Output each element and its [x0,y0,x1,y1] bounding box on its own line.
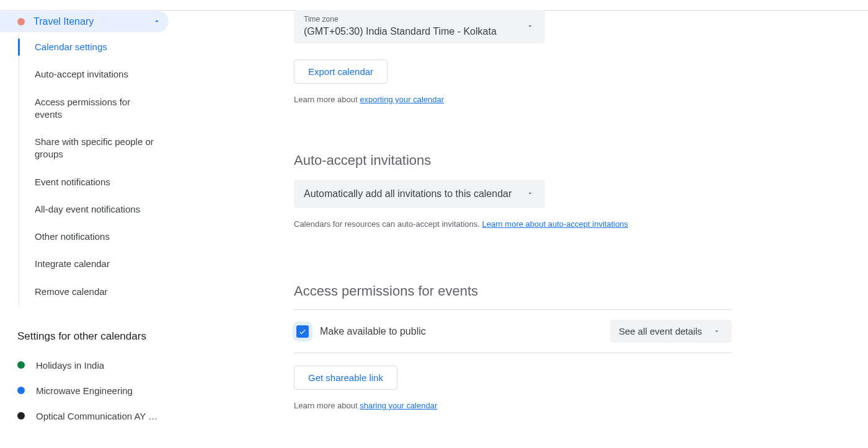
get-shareable-link-button[interactable]: Get shareable link [294,366,397,390]
auto-accept-helper-text: Calendars for resources can auto-accept … [294,219,734,229]
timezone-value: (GMT+05:30) India Standard Time - Kolkat… [304,26,535,37]
make-public-label: Make available to public [320,326,610,337]
subnav-access-permissions[interactable]: Access permissions for events [19,89,170,129]
calendar-color-dot [17,18,25,25]
subnav-auto-accept[interactable]: Auto-accept invitations [19,61,170,88]
dropdown-arrow-icon [713,326,720,336]
calendar-color-dot [17,387,25,394]
sidebar-subnav: Calendar settings Auto-accept invitation… [17,33,180,305]
subnav-calendar-settings[interactable]: Calendar settings [19,33,170,61]
sidebar: Travel Itenary Calendar settings Auto-ac… [0,11,180,429]
main-content: Time zone (GMT+05:30) India Standard Tim… [294,10,734,410]
export-helper-text: Learn more about exporting your calendar [294,95,734,104]
dropdown-arrow-icon [526,188,534,200]
helper-prefix: Learn more about [294,401,360,410]
sidebar-calendar-header[interactable]: Travel Itenary [0,11,169,32]
event-detail-dropdown-value: See all event details [619,326,702,336]
other-calendar-microwave[interactable]: Microwave Engineering [17,378,169,403]
other-calendar-optical[interactable]: Optical Communication AY … [17,403,169,429]
calendar-color-dot [17,412,25,419]
dropdown-arrow-icon [526,21,534,32]
subnav-share-specific[interactable]: Share with specific people or groups [19,128,170,169]
subnav-integrate-calendar[interactable]: Integrate calendar [19,250,170,278]
export-calendar-button[interactable]: Export calendar [294,59,388,84]
auto-accept-dropdown-value: Automatically add all invitations to thi… [304,188,512,199]
subnav-allday-notifications[interactable]: All-day event notifications [19,196,170,223]
event-detail-dropdown[interactable]: See all event details [610,320,732,343]
auto-accept-section-title: Auto-accept invitations [294,152,734,169]
chevron-up-icon [153,17,161,27]
calendar-color-dot [17,361,25,369]
permissions-section-title: Access permissions for events [294,283,734,299]
other-calendars-list: Holidays in India Microwave Engineering … [17,353,180,429]
sharing-helper-text: Learn more about sharing your calendar [294,401,734,410]
timezone-label: Time zone [304,15,535,24]
timezone-dropdown[interactable]: Time zone (GMT+05:30) India Standard Tim… [294,10,545,43]
other-calendar-holidays[interactable]: Holidays in India [17,353,169,378]
auto-accept-dropdown[interactable]: Automatically add all invitations to thi… [294,180,545,208]
helper-prefix: Learn more about [294,95,360,104]
other-calendars-heading: Settings for other calendars [17,330,180,343]
auto-accept-help-link[interactable]: Learn more about auto-accept invitations [482,219,629,229]
helper-prefix: Calendars for resources can auto-accept … [294,219,482,229]
export-help-link[interactable]: exporting your calendar [360,95,444,104]
public-permission-row: Make available to public See all event d… [294,309,732,353]
make-public-checkbox[interactable] [296,325,309,338]
other-calendar-label: Optical Communication AY … [36,411,157,421]
subnav-event-notifications[interactable]: Event notifications [19,169,170,196]
other-calendar-label: Holidays in India [36,360,104,371]
subnav-remove-calendar[interactable]: Remove calendar [19,278,170,305]
subnav-other-notifications[interactable]: Other notifications [19,223,170,250]
sidebar-calendar-title: Travel Itenary [33,16,153,27]
other-calendar-label: Microwave Engineering [36,385,133,396]
sharing-help-link[interactable]: sharing your calendar [360,401,437,410]
